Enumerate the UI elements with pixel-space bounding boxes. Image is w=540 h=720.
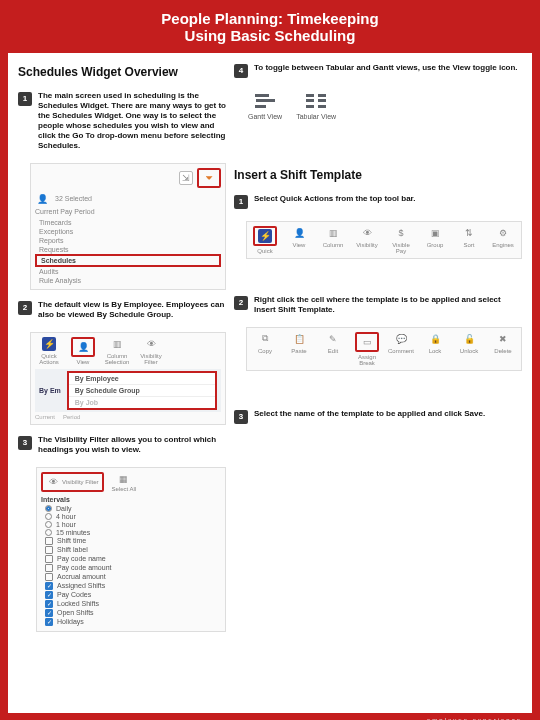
section-heading-insert: Insert a Shift Template	[234, 168, 522, 182]
goto-menu-list: Timecards Exceptions Reports Requests Sc…	[35, 218, 221, 285]
by-employee-header: By Em By Employee By Schedule Group By J…	[35, 369, 221, 412]
paste-icon: 📋	[292, 332, 306, 346]
step-text: The main screen used in scheduling is th…	[38, 91, 226, 151]
money-icon: $	[394, 226, 408, 240]
checkbox-icon: ✓	[45, 609, 53, 617]
eye-icon: 👁	[46, 475, 60, 489]
template-icon: ▭	[360, 335, 374, 349]
tb-label: Quick	[257, 248, 272, 254]
tb-label: View	[293, 242, 306, 248]
tabular-label: Tabular View	[296, 113, 336, 120]
tb-label: Quick Actions	[35, 353, 63, 365]
group-icon: ▣	[428, 226, 442, 240]
checkbox-icon: ✓	[45, 582, 53, 590]
title-line-1: People Planning: Timekeeping	[8, 10, 532, 27]
step-text: The default view is By Employee. Employe…	[38, 300, 226, 320]
left-column: Schedules Widget Overview 1 The main scr…	[18, 63, 226, 713]
export-icon: ⇲	[179, 171, 193, 185]
columns-icon: ▥	[326, 226, 340, 240]
menu-item: Reports	[35, 236, 221, 245]
radio-icon	[45, 505, 52, 512]
id-icon: 👤	[76, 340, 90, 354]
bolt-icon: ⚡	[42, 337, 56, 351]
checkbox-icon	[45, 573, 53, 581]
dropdown-option: By Employee	[69, 373, 215, 384]
opt: Locked Shifts	[57, 600, 99, 607]
step-text: Select the name of the template to be ap…	[254, 409, 485, 424]
intervals-heading: Intervals	[41, 496, 221, 503]
checkbox-icon: ✓	[45, 618, 53, 626]
section-heading-overview: Schedules Widget Overview	[18, 65, 226, 79]
columns-icon: ▥	[110, 337, 124, 351]
menu-item-schedules: Schedules	[35, 254, 221, 267]
gantt-icon	[252, 92, 278, 110]
right-step-2: 2 Right click the cell where the templat…	[234, 295, 522, 315]
tb-label: Lock	[429, 348, 442, 354]
eye-icon: 👁	[144, 337, 158, 351]
select-all-label: Select All	[112, 486, 137, 492]
period-chip: Current	[35, 414, 55, 420]
opt: Pay Codes	[57, 591, 91, 598]
step-number: 1	[18, 92, 32, 106]
r3-text: Select the name of the template to be ap…	[254, 409, 485, 418]
panel-label: By Em	[39, 387, 61, 394]
step-2: 2 The default view is By Employee. Emplo…	[18, 300, 226, 320]
goto-button-highlight: ⏷	[197, 168, 221, 188]
radio-icon	[45, 529, 52, 536]
step-4: 4 To toggle between Tabular and Gantt vi…	[234, 63, 522, 78]
radio-icon	[45, 513, 52, 520]
view-toggle-illustration: Gantt View Tabular View	[248, 92, 522, 120]
step-number: 3	[18, 436, 32, 450]
tb-label: Visibility	[356, 242, 378, 248]
opt: Daily	[56, 505, 72, 512]
sort-icon: ⇅	[462, 226, 476, 240]
footer-tagline: employee experience	[8, 717, 522, 721]
pay-period-label: Current Pay Period	[35, 208, 221, 215]
screenshot-goto-menu: ⇲ ⏷ 👤 32 Selected Current Pay Period Tim…	[30, 163, 226, 290]
step-3: 3 The Visibility Filter allows you to co…	[18, 435, 226, 455]
opt: Pay code name	[57, 555, 106, 562]
menu-item: Timecards	[35, 218, 221, 227]
right-column: 4 To toggle between Tabular and Gantt vi…	[234, 63, 522, 713]
lock-icon: 🔒	[428, 332, 442, 346]
checkbox-icon	[45, 546, 53, 554]
step-text: Right click the cell where the template …	[254, 295, 522, 315]
tb-label: Copy	[258, 348, 272, 354]
schedules-toolbar: ⚡Quick Actions 👤View ▥Column Selection 👁…	[35, 337, 221, 365]
edit-icon: ✎	[326, 332, 340, 346]
step-number: 2	[234, 296, 248, 310]
tb-label: Column Selection	[103, 353, 131, 365]
tb-label: Visible Pay	[387, 242, 415, 254]
unlock-icon: 🔓	[462, 332, 476, 346]
step-text: Select Quick Actions from the top tool b…	[254, 194, 416, 209]
checkbox-icon: ✓	[45, 600, 53, 608]
step-text: The Visibility Filter allows you to cont…	[38, 435, 226, 455]
right-step-1: 1 Select Quick Actions from the top tool…	[234, 194, 522, 209]
step-number: 2	[18, 301, 32, 315]
step-1: 1 The main screen used in scheduling is …	[18, 91, 226, 151]
footer: employee experience ONEUMMS	[8, 713, 532, 721]
view-dropdown: By Employee By Schedule Group By Job	[67, 371, 217, 410]
tb-label: Unlock	[460, 348, 478, 354]
checkbox-icon	[45, 564, 53, 572]
eye-icon: 👁	[360, 226, 374, 240]
opt: Open Shifts	[57, 609, 94, 616]
page-body: Schedules Widget Overview 1 The main scr…	[8, 53, 532, 713]
selected-count: 32 Selected	[55, 195, 92, 202]
tb-label: View	[77, 359, 90, 365]
doc-title: People Planning: Timekeeping Using Basic…	[8, 8, 532, 53]
goto-icon: ⏷	[202, 171, 216, 185]
opt: Shift label	[57, 546, 88, 553]
tb-label: Visibility Filter	[137, 353, 165, 365]
tb-label: Paste	[291, 348, 306, 354]
right-step-3: 3 Select the name of the template to be …	[234, 409, 522, 424]
tb-label: Edit	[328, 348, 338, 354]
menu-item: Exceptions	[35, 227, 221, 236]
tb-label: Delete	[494, 348, 511, 354]
person-icon: 👤	[35, 192, 49, 206]
id-icon: 👤	[292, 226, 306, 240]
radio-icon	[45, 521, 52, 528]
checkbox-icon: ✓	[45, 591, 53, 599]
dropdown-option: By Schedule Group	[69, 384, 215, 396]
copy-icon: ⧉	[258, 332, 272, 346]
